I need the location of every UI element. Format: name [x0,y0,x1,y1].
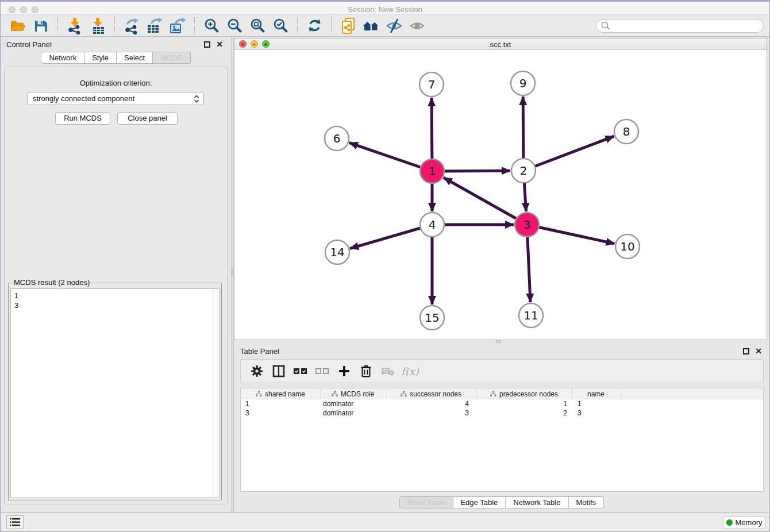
tab-motifs[interactable]: Motifs [568,496,604,508]
network-canvas[interactable]: 1234678910111415 [234,50,767,340]
graph-node-4[interactable]: 4 [420,213,444,237]
table-panel-float-icon[interactable] [743,348,749,354]
toolbar-separator [57,17,58,34]
graph-edge-3-10[interactable] [527,225,615,244]
select-all-columns-icon[interactable] [292,364,309,378]
table-settings-gear-icon[interactable] [248,364,265,378]
tab-node-table[interactable]: Node Table [399,496,453,508]
graph-node-3[interactable]: 3 [515,213,539,237]
toolbar-separator [194,17,195,34]
task-history-button[interactable] [6,515,24,529]
toolbar-separator [114,17,115,34]
table-panel-close-icon[interactable]: ✕ [755,346,762,356]
open-session-icon[interactable] [9,17,26,34]
table-cell[interactable]: 1 [572,399,621,408]
graph-edge-1-6[interactable] [349,142,432,171]
memory-label: Memory [736,518,763,527]
graph-node-2[interactable]: 2 [511,159,536,183]
graph-node-6[interactable]: 6 [325,126,349,151]
mcds-result-box[interactable]: 1 3 [10,288,220,498]
duplicate-network-icon[interactable] [340,17,357,34]
table-row: 1dominator411 [241,399,763,408]
tab-network[interactable]: Network [41,52,84,64]
home-icon[interactable] [363,17,380,34]
graph-node-8[interactable]: 8 [614,119,638,144]
hide-panel-eye-icon[interactable] [386,17,403,34]
column-header-shared-name[interactable]: shared name [241,388,321,399]
import-table-icon[interactable] [89,17,106,34]
table-panel-title: Table Panel [240,347,279,356]
column-header-name[interactable]: name [572,388,621,399]
search-input[interactable] [611,21,763,31]
column-header-MCDS-role[interactable]: MCDS role [321,388,386,399]
zoom-out-icon[interactable] [226,17,243,34]
memory-button[interactable]: Memory [723,516,765,529]
table-cell[interactable]: 3 [386,408,477,418]
svg-text:9: 9 [519,76,527,90]
table-cell[interactable]: 2 [477,408,572,418]
table-cell[interactable]: 3 [241,408,321,418]
tab-select[interactable]: Select [117,52,153,64]
zoom-selected-icon[interactable] [272,17,289,34]
tab-mcds[interactable]: MCDS [153,52,190,64]
splitter-grip[interactable] [232,268,233,276]
zoom-in-icon[interactable] [203,17,220,34]
export-network-icon[interactable] [123,17,140,34]
table-cell[interactable]: 1 [477,399,572,408]
toolbar-separator [297,17,298,34]
column-header-predecessor-nodes[interactable]: predecessor nodes [477,388,572,399]
save-session-icon[interactable] [32,17,49,34]
control-panel-close-icon[interactable]: ✕ [216,40,223,49]
zoom-fit-icon[interactable] [249,17,266,34]
graph-node-15[interactable]: 15 [420,306,444,330]
control-panel-float-icon[interactable] [204,41,210,48]
delete-row-icon[interactable] [357,364,375,378]
export-table-icon[interactable] [146,17,163,34]
window-title: Session: New Session [1,5,769,14]
control-panel-title: Control Panel [6,40,52,49]
mcds-result-title: MCDS result (2 nodes) [12,278,91,287]
tab-style[interactable]: Style [84,52,117,64]
graph-node-11[interactable]: 11 [519,303,543,327]
search-field[interactable] [596,19,764,33]
close-panel-button[interactable]: Close panel [117,112,178,125]
export-image-icon[interactable] [169,17,186,34]
graph-node-10[interactable]: 10 [615,234,640,259]
tab-edge-table[interactable]: Edge Table [453,496,506,508]
splitter-grip[interactable] [496,340,501,343]
window-titlebar: Session: New Session [1,0,769,15]
graph-node-1[interactable]: 1 [420,159,444,183]
refresh-layout-icon[interactable] [306,17,323,34]
show-panel-eye-icon[interactable] [409,17,426,34]
graph-edge-4-14[interactable] [350,225,432,249]
graph-node-7[interactable]: 7 [419,72,444,97]
control-panel: Control Panel ✕ NetworkStyleSelectMCDS O… [1,37,231,512]
svg-text:6: 6 [333,132,341,145]
import-network-icon[interactable] [66,17,83,34]
table-cell[interactable]: 3 [572,408,621,418]
graph-edge-2-8[interactable] [523,136,614,171]
mcds-result-scrollbar[interactable] [213,289,219,498]
mcds-panel: Optimization criterion: strongly connect… [4,67,228,504]
mcds-result-text: 1 3 [14,291,210,496]
add-row-icon[interactable] [336,364,353,378]
criterion-select[interactable]: strongly connected component [27,92,204,105]
run-mcds-button[interactable]: Run MCDS [55,112,110,125]
control-panel-tabs: NetworkStyleSelectMCDS [1,52,231,64]
table-cell[interactable]: dominator [321,408,386,418]
table-cell[interactable]: 1 [241,399,321,408]
toolbar-separator [331,17,332,34]
graph-edge-3-1[interactable] [444,178,527,225]
table-cell[interactable]: 4 [386,399,477,408]
show-column-panel-icon[interactable] [270,364,287,378]
graph-node-9[interactable]: 9 [511,71,535,95]
delete-table-icon[interactable] [379,364,396,378]
tab-network-table[interactable]: Network Table [506,496,568,508]
unselect-all-columns-icon[interactable] [314,364,331,378]
column-header-successor-nodes[interactable]: successor nodes [386,388,477,399]
table-row: 3dominator323 [241,408,763,418]
graph-node-14[interactable]: 14 [325,240,349,264]
function-builder-fx-icon[interactable]: f(x) [401,365,419,377]
criterion-select-value: strongly connected component [33,94,193,103]
table-cell[interactable]: dominator [321,399,386,408]
